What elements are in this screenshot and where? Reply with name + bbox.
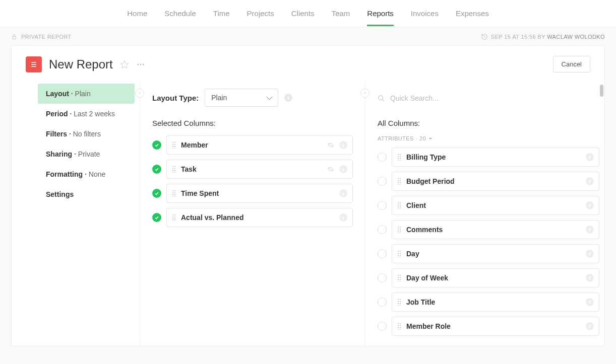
- sidebar-item-value: None: [89, 170, 105, 178]
- info-icon[interactable]: i: [339, 165, 347, 173]
- column-pill[interactable]: Comments i: [392, 220, 599, 239]
- layout-type-select[interactable]: Plain: [205, 89, 278, 107]
- sidebar-item-value: No filters: [73, 130, 101, 138]
- info-icon[interactable]: i: [586, 201, 594, 209]
- column-toggle[interactable]: [378, 322, 387, 331]
- nav-schedule[interactable]: Schedule: [164, 1, 196, 26]
- more-icon[interactable]: [136, 60, 145, 69]
- sidebar-item-filters[interactable]: Filters · No filters: [38, 124, 135, 144]
- scrollbar-thumb[interactable]: [600, 85, 603, 97]
- column-name: Budget Period: [406, 177, 581, 185]
- drag-handle-icon[interactable]: [397, 323, 401, 330]
- column-toggle[interactable]: [378, 225, 387, 234]
- column-toggle[interactable]: [378, 249, 387, 258]
- info-icon[interactable]: i: [586, 274, 594, 282]
- nav-projects[interactable]: Projects: [247, 1, 274, 26]
- sidebar-item-label: Period: [46, 110, 68, 118]
- author-name[interactable]: WACLAW WOLODKO: [547, 34, 605, 40]
- history-icon[interactable]: [481, 33, 488, 40]
- sidebar-item-period[interactable]: Period · Last 2 weeks: [38, 104, 135, 124]
- column-divider: [140, 82, 140, 346]
- column-pill[interactable]: Task i: [166, 160, 353, 179]
- column-toggle[interactable]: [378, 153, 387, 162]
- attributes-group-header[interactable]: ATTRIBUTES · 20: [378, 135, 599, 141]
- drag-handle-icon[interactable]: [172, 141, 176, 149]
- column-pill[interactable]: Budget Period i: [392, 172, 599, 191]
- column-toggle[interactable]: [378, 273, 387, 282]
- settings-sidebar: Layout · Plain Period · Last 2 weeks Fil…: [12, 82, 140, 346]
- column-pill[interactable]: Time Spent i: [166, 184, 353, 203]
- nav-clients[interactable]: Clients: [291, 1, 315, 26]
- column-toggle[interactable]: [152, 189, 161, 198]
- svg-point-6: [140, 63, 141, 65]
- gear-icon[interactable]: [327, 141, 334, 149]
- drag-handle-icon[interactable]: [397, 154, 401, 161]
- drag-handle-icon[interactable]: [397, 274, 401, 281]
- column-toggle[interactable]: [152, 140, 161, 150]
- drag-handle-icon[interactable]: [397, 178, 401, 185]
- nav-invoices[interactable]: Invoices: [411, 1, 439, 26]
- svg-point-5: [137, 63, 139, 65]
- column-pill[interactable]: Actual vs. Planned i: [166, 208, 353, 227]
- column-name: Client: [406, 201, 581, 209]
- nav-team[interactable]: Team: [332, 1, 350, 26]
- search-input[interactable]: [390, 94, 599, 102]
- nav-expenses[interactable]: Expenses: [456, 1, 489, 26]
- page-title: New Report: [49, 57, 113, 71]
- info-icon[interactable]: i: [586, 177, 594, 185]
- selected-column-row: Actual vs. Planned i: [152, 208, 353, 227]
- sidebar-item-layout[interactable]: Layout · Plain: [38, 84, 135, 104]
- info-icon[interactable]: i: [284, 94, 292, 102]
- meta-bar: PRIVATE REPORT SEP 15 AT 15:56 BY WACLAW…: [0, 27, 616, 45]
- column-pill[interactable]: Day i: [392, 244, 599, 263]
- nav-home[interactable]: Home: [127, 1, 147, 26]
- visibility-label: PRIVATE REPORT: [21, 34, 72, 40]
- sidebar-item-settings[interactable]: Settings: [38, 184, 135, 204]
- info-icon[interactable]: i: [586, 153, 594, 161]
- star-icon[interactable]: [120, 60, 129, 69]
- available-column-row: Budget Period i: [378, 172, 599, 191]
- drag-handle-icon[interactable]: [397, 202, 401, 209]
- column-pill[interactable]: Day of Week i: [392, 268, 599, 287]
- info-icon[interactable]: i: [339, 213, 347, 222]
- all-columns-panel: All Columns: ATTRIBUTES · 20 Billing Typ…: [365, 82, 604, 346]
- info-icon[interactable]: i: [339, 189, 347, 197]
- info-icon[interactable]: i: [586, 322, 594, 330]
- sidebar-item-sharing[interactable]: Sharing · Private: [38, 144, 135, 164]
- nav-reports[interactable]: Reports: [367, 1, 394, 26]
- lock-icon: [11, 34, 17, 40]
- all-columns-title: All Columns:: [378, 119, 599, 127]
- drag-handle-icon[interactable]: [172, 166, 176, 173]
- drag-handle-icon[interactable]: [397, 250, 401, 257]
- column-toggle[interactable]: [152, 165, 161, 174]
- collapse-knob[interactable]: [135, 89, 144, 98]
- sidebar-item-formatting[interactable]: Formatting · None: [38, 164, 135, 184]
- info-icon[interactable]: i: [339, 141, 347, 149]
- cancel-button[interactable]: Cancel: [553, 56, 590, 72]
- svg-rect-0: [13, 37, 16, 39]
- column-toggle[interactable]: [378, 177, 387, 186]
- info-icon[interactable]: i: [586, 298, 594, 306]
- info-icon[interactable]: i: [586, 250, 594, 258]
- column-toggle[interactable]: [378, 201, 387, 210]
- available-column-row: Job Title i: [378, 293, 599, 312]
- column-toggle[interactable]: [152, 213, 161, 222]
- column-pill[interactable]: Client i: [392, 196, 599, 215]
- drag-handle-icon[interactable]: [172, 214, 176, 221]
- column-toggle[interactable]: [378, 298, 387, 307]
- gear-icon[interactable]: [327, 166, 334, 173]
- selected-column-row: Member i: [152, 135, 353, 155]
- selected-columns-title: Selected Columns:: [152, 119, 353, 127]
- drag-handle-icon[interactable]: [397, 226, 401, 233]
- nav-time[interactable]: Time: [213, 1, 230, 26]
- drag-handle-icon[interactable]: [397, 299, 401, 306]
- group-label: ATTRIBUTES: [378, 135, 414, 141]
- column-pill[interactable]: Job Title i: [392, 293, 599, 312]
- group-count: 20: [419, 135, 426, 141]
- column-pill[interactable]: Billing Type i: [392, 148, 599, 167]
- info-icon[interactable]: i: [586, 226, 594, 234]
- available-column-row: Client i: [378, 196, 599, 215]
- column-pill[interactable]: Member i: [166, 135, 353, 155]
- drag-handle-icon[interactable]: [172, 190, 176, 197]
- column-pill[interactable]: Member Role i: [392, 317, 599, 336]
